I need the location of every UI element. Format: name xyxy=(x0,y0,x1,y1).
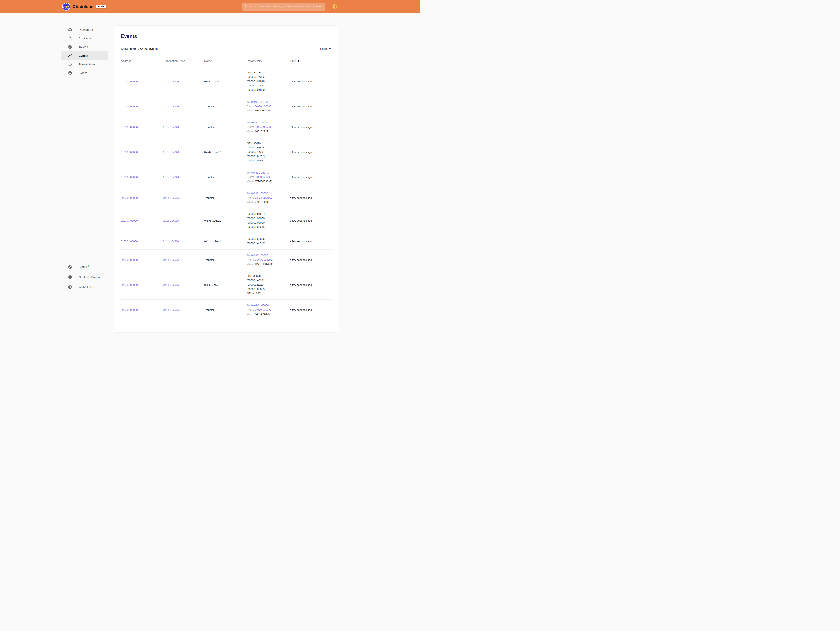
column-header-time[interactable]: Time xyxy=(290,60,332,63)
event-name: Transfer xyxy=(204,259,247,261)
brand-title: Chainlens xyxy=(73,4,93,9)
sidebar-item-blocks[interactable]: Blocks xyxy=(61,69,108,77)
transaction-hash-link[interactable]: 0xf1b...0c926 xyxy=(163,196,179,199)
parameter-line: [00000...1c701] xyxy=(247,150,290,154)
transaction-hash-link[interactable]: 0xf1b...0c926 xyxy=(163,219,179,222)
event-table-row: 0x000...00000 0xf1b...0c926 Transfer To:… xyxy=(121,96,332,117)
parameter-address-link[interactable]: 0xA1C...43650 xyxy=(251,304,269,307)
sidebar-item-events[interactable]: Events xyxy=(61,51,108,60)
parameter-line: [00000...b7abc] xyxy=(247,145,290,150)
parameter-line: [00000...d4919] xyxy=(247,79,290,84)
transaction-hash-link[interactable]: 0xf1b...0c926 xyxy=(163,126,179,129)
event-parameters: [00000...56d96][00000...ec516] xyxy=(247,237,290,246)
event-table-row: 0x000...00000 0xf1b...0c926 0xc42...cca6… xyxy=(121,270,332,300)
transaction-hash-link[interactable]: 0xf1b...0c926 xyxy=(163,259,179,261)
event-name: 0xc42...cca67 xyxy=(204,283,247,286)
event-time: a few seconds ago xyxy=(290,196,332,199)
address-link[interactable]: 0x000...00000 xyxy=(121,80,138,83)
transaction-hash-link[interactable]: 0xf1b...0c926 xyxy=(163,105,179,108)
transaction-hash-link[interactable]: 0xf1b...0c926 xyxy=(163,283,179,286)
sidebar-item-dashboard[interactable]: Dashboard xyxy=(61,25,108,34)
lifebuoy-icon xyxy=(68,275,72,279)
parameter-line: [00000...00000] xyxy=(247,221,290,225)
transaction-hash-link[interactable]: 0xf1b...0c926 xyxy=(163,308,179,311)
sidebar-item-web3-labs[interactable]: Web3 Labs xyxy=(61,282,108,291)
event-parameters: To: 0x000...00000From: 0xfd0...0F5F3Valu… xyxy=(247,120,290,134)
parameter-line: To: 0xfd0...0F5F3 xyxy=(247,100,290,104)
event-table-row: 0x000...00000 0xf1b...0c926 Transfer To:… xyxy=(121,117,332,137)
column-header-address: Address xyxy=(121,60,163,63)
parameter-line: [00000...05e4a] xyxy=(247,225,290,229)
sidebar-item-contact-support[interactable]: Contact / Support xyxy=(61,273,108,281)
parameter-label: Value: xyxy=(247,312,255,316)
network-badge: testnet xyxy=(96,5,106,8)
parameter-label: To: xyxy=(247,121,251,124)
parameter-address-link[interactable]: 0x000...00000 xyxy=(251,121,268,124)
filter-button[interactable]: Filter xyxy=(320,47,332,50)
parameter-label: From: xyxy=(247,308,254,311)
transaction-hash-link[interactable]: 0xf1b...0c926 xyxy=(163,176,179,178)
parameter-address-link[interactable]: 0xAAA...9588E xyxy=(254,258,273,261)
parameter-address-link[interactable]: 0x000...00000 xyxy=(251,192,268,195)
parameter-address-link[interactable]: 0xFc3...BaBA0 xyxy=(254,196,272,199)
parameter-value: 277434038972 xyxy=(255,180,273,183)
event-table-row: 0x000...00000 0xf1b...0c926 0xd78...9d82… xyxy=(121,208,332,233)
parameter-label: To: xyxy=(247,304,251,307)
event-time: a few seconds ago xyxy=(290,126,332,129)
address-link[interactable]: 0x000...00000 xyxy=(121,151,138,154)
event-table-row: 0x000...00000 0xf1b...0c926 Transfer To:… xyxy=(121,188,332,208)
sidebar-item-contracts[interactable]: Contracts xyxy=(61,34,108,43)
parameter-address-link[interactable]: 0xfd0...0F5F3 xyxy=(254,125,271,128)
event-parameters: To: 0xfd0...0F5F3From: 0x000...00000Valu… xyxy=(247,100,290,113)
event-name: 0xd78...9d822 xyxy=(204,219,247,222)
theme-toggle-button[interactable] xyxy=(332,3,338,10)
event-time: a few seconds ago xyxy=(290,151,332,154)
address-link[interactable]: 0x000...00000 xyxy=(121,176,138,178)
transaction-hash-link[interactable]: 0xf1b...0c926 xyxy=(163,80,179,83)
column-header-parameters: Parameters xyxy=(247,60,290,63)
address-link[interactable]: 0x000...00000 xyxy=(121,259,138,261)
parameter-address-link[interactable]: 0x000...00000 xyxy=(254,105,272,108)
page-title: Events xyxy=(121,33,332,39)
parameter-address-link[interactable]: 0xfd0...0F5F3 xyxy=(251,101,267,103)
parameter-label: From: xyxy=(247,196,254,199)
parameter-address-link[interactable]: 0x000...00000 xyxy=(254,175,272,178)
parameter-address-link[interactable]: 0x000...00000 xyxy=(254,308,272,311)
event-parameters: To: 0x000...00000From: 0xAAA...9588EValu… xyxy=(247,253,290,266)
address-link[interactable]: 0x000...00000 xyxy=(121,308,138,311)
sort-icon xyxy=(297,60,300,62)
parameter-label: Value: xyxy=(247,109,255,112)
parameter-line: [fffff...cd683] xyxy=(247,291,290,296)
parameter-line: [00000...4e38e] xyxy=(247,75,290,79)
parameter-address-link[interactable]: 0x000...00000 xyxy=(251,254,268,257)
search-input[interactable] xyxy=(248,3,325,11)
address-link[interactable]: 0x000...00000 xyxy=(121,240,138,243)
address-link[interactable]: 0x000...00000 xyxy=(121,283,138,286)
event-time: a few seconds ago xyxy=(290,80,332,83)
parameter-line: To: 0xFc3...BaBA0 xyxy=(247,170,290,175)
address-link[interactable]: 0x000...00000 xyxy=(121,196,138,199)
chevron-down-icon xyxy=(329,47,332,50)
address-link[interactable]: 0x000...00000 xyxy=(121,126,138,129)
parameter-line: From: 0x000...00000 xyxy=(247,308,290,312)
address-link[interactable]: 0x000...00000 xyxy=(121,105,138,108)
brand[interactable]: Chainlens testnet xyxy=(62,2,106,11)
sidebar-item-status[interactable]: Status xyxy=(61,262,108,271)
event-parameters: [00000...f1981][00000...00000][00000...0… xyxy=(247,212,290,229)
sidebar-item-label: Tokens xyxy=(79,45,88,49)
event-time: a few seconds ago xyxy=(290,308,332,311)
sidebar-item-tokens[interactable]: Tokens xyxy=(61,43,108,51)
transaction-hash-link[interactable]: 0xf1b...0c926 xyxy=(163,240,179,243)
sidebar-item-transactions[interactable]: Transactions xyxy=(61,60,108,69)
parameter-label: To: xyxy=(247,254,251,257)
parameter-line: [00000...6a855] xyxy=(247,287,290,291)
event-table-row: 0x000...00000 0xf1b...0c926 Transfer To:… xyxy=(121,167,332,188)
event-table-row: 0x000...00000 0xf1b...0c926 0x1c4...bbad… xyxy=(121,233,332,249)
parameter-line: Value: 49720648590 xyxy=(247,109,290,113)
parameter-address-link[interactable]: 0xFc3...BaBA0 xyxy=(251,171,269,174)
transaction-hash-link[interactable]: 0xf1b...0c926 xyxy=(163,151,179,154)
event-parameters: [fffff...96d79][00000...b7abc][00000...1… xyxy=(247,141,290,163)
event-name: Transfer xyxy=(204,308,247,311)
address-link[interactable]: 0x000...00000 xyxy=(121,219,138,222)
event-name: Transfer xyxy=(204,105,247,108)
